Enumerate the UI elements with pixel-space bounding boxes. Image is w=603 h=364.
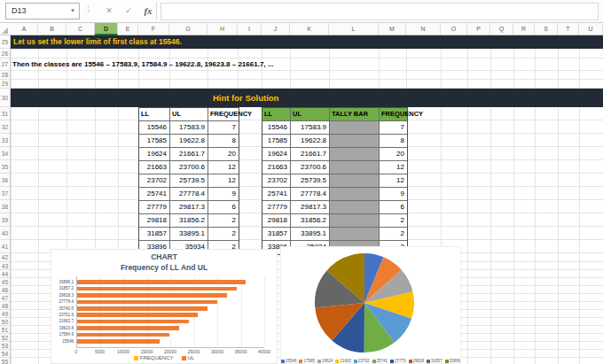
data-cell[interactable]: 12 — [380, 161, 407, 174]
limit-note-cell[interactable]: Let us set the lower limit of first clas… — [11, 35, 603, 49]
row-header-36[interactable]: 36 — [0, 174, 11, 187]
bar-chart[interactable]: CHART Frequency of LL And UL 05000100001… — [51, 249, 278, 364]
column-header-I[interactable]: I — [238, 23, 262, 35]
frequency-table-right[interactable]: LLULTALLY BARFREQUENCY1554617583.9717585… — [262, 107, 408, 255]
data-cell[interactable]: 33895.1 — [170, 228, 208, 241]
row-header-47[interactable]: 47 — [0, 294, 11, 302]
data-cell[interactable]: 12 — [380, 174, 407, 188]
data-cell[interactable]: 19624 — [262, 148, 291, 161]
column-header-G[interactable]: G — [169, 23, 208, 35]
data-cell[interactable]: 27778.4 — [170, 188, 208, 201]
data-cell[interactable]: 23700.6 — [170, 161, 208, 174]
row-header-27[interactable]: 27 — [0, 58, 11, 71]
data-cell[interactable]: 29818 — [139, 214, 170, 228]
column-header-P[interactable]: P — [467, 23, 490, 35]
column-header-D[interactable]: D — [95, 23, 118, 35]
column-header-O[interactable]: O — [441, 23, 467, 35]
hint-banner-cell[interactable]: Hint for Solution — [11, 89, 603, 107]
row-header-28[interactable]: 28 — [0, 71, 11, 80]
column-header-H[interactable]: H — [208, 23, 238, 35]
row-header-42[interactable]: 42 — [0, 253, 11, 262]
row-header-37[interactable]: 37 — [0, 187, 11, 200]
data-cell[interactable]: 19622.8 — [170, 135, 208, 148]
header-cell-ll[interactable]: LL — [262, 108, 291, 121]
data-cell[interactable]: 6 — [380, 201, 407, 214]
data-cell[interactable]: 8 — [208, 135, 239, 148]
classes-note-cell[interactable]: Then the classes are 15546 – 17583.9, 17… — [12, 58, 273, 71]
data-cell[interactable]: 17583.9 — [170, 121, 208, 135]
header-cell-ul[interactable]: UL — [170, 108, 208, 121]
row-header-33[interactable]: 33 — [0, 134, 11, 147]
row-header-29[interactable]: 29 — [0, 80, 11, 89]
column-header-Q[interactable]: Q — [490, 23, 513, 35]
data-cell[interactable]: 6 — [208, 201, 239, 214]
data-cell[interactable]: 31856.2 — [291, 214, 330, 228]
row-header-51[interactable]: 51 — [0, 326, 11, 334]
data-cell[interactable]: 31857 — [139, 228, 170, 241]
data-cell[interactable]: 2 — [380, 214, 407, 228]
header-cell-tally-bar[interactable]: TALLY BAR — [330, 108, 380, 121]
data-cell[interactable]: 23700.6 — [291, 161, 330, 174]
data-cell[interactable]: 29818 — [262, 214, 291, 228]
data-cell[interactable]: 17585 — [139, 135, 170, 148]
header-cell-frequency[interactable]: FREQUENCY — [380, 108, 407, 121]
data-cell[interactable]: 31856.2 — [170, 214, 208, 228]
data-cell[interactable]: 25741 — [139, 188, 170, 201]
cancel-icon[interactable]: ✕ — [99, 3, 119, 19]
row-header-54[interactable]: 54 — [0, 350, 11, 358]
row-header-55[interactable]: 55 — [0, 358, 11, 364]
column-header-R[interactable]: R — [513, 23, 535, 35]
data-cell[interactable]: 21661.7 — [170, 148, 208, 161]
column-header-S[interactable]: S — [535, 23, 558, 35]
pie-chart[interactable]: 1554617585196242166323702257412777929818… — [280, 246, 461, 364]
data-cell[interactable]: 29817.3 — [291, 201, 330, 214]
data-cell[interactable]: 20 — [208, 148, 239, 161]
data-cell[interactable]: 12 — [208, 161, 239, 174]
data-cell[interactable]: 9 — [380, 188, 407, 201]
column-header-K[interactable]: K — [290, 23, 329, 35]
row-header-25[interactable]: 25 — [0, 35, 11, 49]
row-header-49[interactable]: 49 — [0, 310, 11, 318]
row-header-31[interactable]: 31 — [0, 107, 11, 120]
data-cell[interactable]: 15546 — [262, 121, 291, 135]
data-cell[interactable]: 2 — [380, 228, 407, 241]
data-cell[interactable]: 15546 — [139, 121, 170, 135]
data-cell[interactable] — [330, 228, 380, 241]
data-cell[interactable]: 12 — [208, 174, 239, 188]
enter-icon[interactable]: ✓ — [119, 3, 138, 19]
row-header-46[interactable]: 46 — [0, 286, 11, 294]
column-header-L[interactable]: L — [329, 23, 379, 35]
data-cell[interactable]: 8 — [380, 135, 407, 148]
data-cell[interactable]: 25741 — [262, 188, 291, 201]
data-cell[interactable]: 2 — [208, 214, 239, 228]
data-cell[interactable]: 21663 — [139, 161, 170, 174]
data-cell[interactable]: 29817.3 — [170, 201, 208, 214]
data-cell[interactable]: 25739.5 — [170, 174, 208, 188]
data-cell[interactable]: 21661.7 — [291, 148, 330, 161]
column-header-M[interactable]: M — [379, 23, 406, 35]
data-cell[interactable]: 23702 — [139, 174, 170, 188]
data-cell[interactable]: 23702 — [262, 174, 291, 188]
row-header-44[interactable]: 44 — [0, 270, 11, 278]
data-cell[interactable]: 31857 — [262, 228, 291, 241]
column-header-A[interactable]: A — [11, 23, 38, 35]
column-header-J[interactable]: J — [262, 23, 290, 35]
row-header-50[interactable]: 50 — [0, 318, 11, 326]
row-header-30[interactable]: 30 — [0, 89, 11, 107]
data-cell[interactable]: 21663 — [262, 161, 291, 174]
header-cell-frequency[interactable]: FREQUENCY — [208, 108, 239, 121]
data-cell[interactable] — [330, 148, 380, 161]
row-header-32[interactable]: 32 — [0, 120, 11, 134]
data-cell[interactable] — [330, 174, 380, 188]
name-box[interactable]: D13 ▼ — [5, 3, 80, 19]
data-cell[interactable]: 25739.5 — [291, 174, 330, 188]
data-cell[interactable]: 2 — [208, 228, 239, 241]
row-header-48[interactable]: 48 — [0, 302, 11, 310]
data-cell[interactable] — [330, 188, 380, 201]
data-cell[interactable] — [330, 121, 380, 135]
data-cell[interactable]: 19624 — [139, 148, 170, 161]
data-cell[interactable]: 7 — [208, 121, 239, 135]
select-all-corner[interactable] — [2, 27, 8, 34]
data-cell[interactable]: 20 — [380, 148, 407, 161]
column-header-C[interactable]: C — [67, 23, 95, 35]
